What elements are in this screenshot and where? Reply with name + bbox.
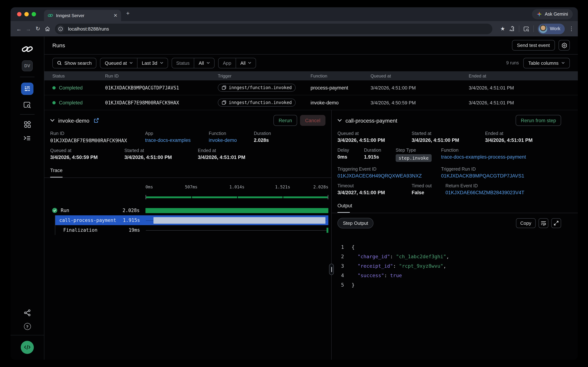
site-info-icon[interactable] [57,25,64,33]
back-button[interactable]: ← [14,26,24,32]
help-icon: ? [24,323,31,330]
rerun-from-step-button[interactable]: Rerun from step [516,115,561,126]
window-controls[interactable] [17,12,36,16]
step-span-bar[interactable] [153,217,325,224]
zoom-window-button[interactable] [32,12,36,16]
share-feedback-button[interactable] [24,309,31,317]
chevron-down-icon [248,62,251,64]
step-output-toggle[interactable]: Step Output [338,218,374,228]
word-wrap-button[interactable] [538,218,548,228]
time-range-dropdown[interactable]: Last 3d [137,58,167,68]
tab-close-icon[interactable]: ✕ [114,13,117,18]
cancel-button[interactable]: Cancel [300,115,325,126]
sidebar-item-runs[interactable] [21,83,33,95]
status-filter-dropdown[interactable]: All [194,58,214,68]
finalization-span-bar[interactable] [327,227,328,233]
sidebar-item-functions[interactable] [23,135,31,142]
app-link[interactable]: trace-docs-examples [145,137,209,143]
browser-tab[interactable]: Inngest Server ✕ [44,10,121,21]
sidebar-divider [20,114,34,115]
delay-value: 0ms [338,154,364,160]
event-icon [222,85,226,90]
step-queued-at-label: Queued at [338,131,412,136]
trace-row[interactable]: Run2.028s [50,206,328,215]
ask-gemini-button[interactable]: Ask Gemini [532,9,573,19]
profile-button[interactable]: Work [538,24,565,34]
column-header: Trigger [218,73,311,78]
sidebar-item-events[interactable] [23,101,31,109]
environment-badge[interactable]: DV [22,60,33,71]
reload-button[interactable]: ↻ [33,25,42,32]
table-columns-button[interactable]: Table columns [523,58,570,68]
dev-tools-button[interactable] [21,341,34,354]
started-at-value: 3/4/2026, 4:51:00 PM [124,155,198,160]
column-header: Queued at [371,73,469,78]
chevron-down-icon [562,62,565,64]
terminal-list-icon [23,135,31,142]
runs-table-header: StatusRun IDTriggerFunctionQueued atEnde… [44,71,578,80]
table-columns-label: Table columns [528,60,559,66]
forward-button[interactable]: → [24,26,33,32]
duration-value: 2.028s [254,137,271,143]
collapse-chevron-icon[interactable] [50,119,55,122]
started-at-label: Started at [124,148,198,153]
table-row[interactable]: Completed01KJXDACKB9MPQACGTDP7JAVS1innge… [44,80,578,95]
open-run-external-link-icon[interactable] [94,118,99,123]
triggered-run-id-link[interactable]: 01KJXDACKB9MPQACGTDP7JAVS1 [441,173,524,179]
trigger-badge[interactable]: inngest/function.invoked [218,99,296,107]
ended-at-cell: 3/4/2026, 4:51:01 PM [469,100,578,105]
app-filter-dropdown[interactable]: All [236,58,256,68]
new-tab-button[interactable]: + [126,10,130,16]
triggering-event-id-link[interactable]: 01KJXDACEC6H49QRQXWEA93NXZ [338,173,441,179]
trace-row-label: Finalization [63,227,98,233]
step-output-code[interactable]: 1{2 "charge_id": "ch_1abc2def3ghi",3 "re… [332,228,578,290]
send-test-event-button[interactable]: Send test event [512,40,555,50]
sidebar-item-apps[interactable] [24,121,31,128]
time-range-label: Last 3d [142,60,157,66]
panel-resize-handle[interactable] [329,264,334,275]
collapse-chevron-icon[interactable] [338,119,342,122]
return-event-id-link[interactable]: 01KJXDAE66CMZMB28439023V4T [446,190,524,195]
apps-icon [24,121,31,128]
table-row[interactable]: Completed01KJXDACBF7E98M00RAFCK9HAXinnge… [44,95,578,110]
tab-search-icon[interactable] [523,26,530,32]
minimize-window-button[interactable] [24,12,29,16]
time-field-dropdown[interactable]: Queued at [100,58,137,68]
tab-output[interactable]: Output [338,202,352,213]
queued-at-cell: 3/4/2026, 4:50:59 PM [371,100,469,105]
axis-tick: 1.014s [229,184,244,189]
chevron-down-icon [207,62,210,64]
rerun-button[interactable]: Rerun [273,115,297,126]
app-label: App [145,131,209,136]
trace-row[interactable]: call-process-payment1.915s [55,215,328,225]
home-button[interactable] [42,26,52,32]
run-span-bar[interactable] [145,208,328,213]
line-number: 4 [338,271,344,280]
trace-minimap[interactable] [145,194,328,200]
line-number: 2 [338,252,344,261]
help-button[interactable]: ? [24,323,31,330]
function-link[interactable]: invoke-demo [209,137,254,143]
url-text[interactable]: localhost:8288/runs [68,26,109,32]
app-sidebar: DV [10,36,44,360]
expand-button[interactable] [551,218,561,228]
step-function-link[interactable]: trace-docs-examples-process-payment [441,154,526,160]
trigger-badge[interactable]: inngest/function.invoked [218,84,296,92]
settings-button[interactable] [559,40,570,50]
url-bar[interactable]: localhost:8288/runs [55,24,492,34]
inngest-logo [21,45,33,53]
step-function-label: Function [441,148,526,153]
step-started-at-value: 3/4/2026, 4:51:00 PM [412,137,485,143]
tab-trace[interactable]: Trace [50,167,63,177]
show-search-button[interactable]: Show search [52,58,96,68]
copy-button[interactable]: Copy [516,218,536,228]
extensions-icon[interactable] [509,26,515,32]
bookmark-star-icon[interactable]: ★ [500,25,505,32]
trace-row[interactable]: Finalization19ms [55,225,328,235]
line-number: 1 [338,242,344,252]
delay-label: Delay [338,148,364,153]
trace-timeline: 0ms507ms1.014s1.521s2.028s Run2.0 [44,178,331,235]
browser-menu-icon[interactable]: ⋮ [569,25,574,32]
status-filter-label: Status [172,58,194,68]
close-window-button[interactable] [17,12,21,16]
